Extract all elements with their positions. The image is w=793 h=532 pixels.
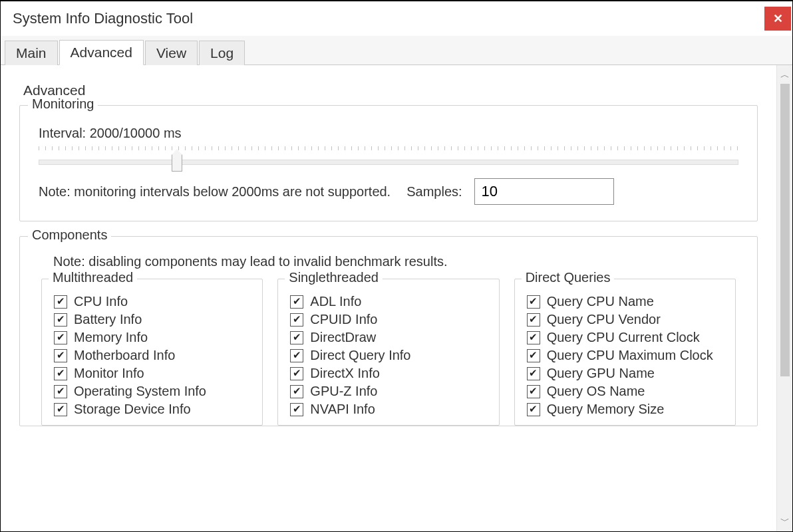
components-columns: MultithreadedCPU InfoBattery InfoMemory …: [36, 279, 741, 426]
slider-track: [39, 160, 738, 165]
checkbox-row: Direct Query Info: [290, 348, 486, 363]
checkbox[interactable]: [527, 313, 540, 327]
titlebar: System Info Diagnostic Tool ✕: [1, 1, 792, 36]
checkbox-label: Query CPU Current Clock: [547, 330, 700, 345]
checkbox[interactable]: [54, 313, 67, 327]
checkbox[interactable]: [527, 331, 540, 344]
checkbox-row: Query Memory Size: [527, 402, 723, 417]
checkbox-row: DirectX Info: [290, 366, 486, 381]
checkbox-label: NVAPI Info: [310, 402, 375, 417]
samples-label: Samples:: [406, 184, 462, 200]
close-button[interactable]: ✕: [764, 7, 791, 31]
interval-label: Interval: 2000/10000 ms: [39, 126, 741, 141]
checkbox-label: Query CPU Name: [547, 294, 654, 309]
tab-log[interactable]: Log: [199, 41, 245, 65]
checkbox-label: Query Memory Size: [547, 402, 665, 417]
checkbox-row: NVAPI Info: [290, 402, 486, 417]
checkbox[interactable]: [290, 331, 303, 344]
checkbox-row: Motherboard Info: [54, 348, 250, 363]
tab-advanced[interactable]: Advanced: [59, 40, 144, 65]
column-legend: Singlethreaded: [285, 270, 383, 285]
checkbox-label: Memory Info: [74, 330, 148, 345]
checkbox-label: CPUID Info: [310, 312, 377, 327]
checkbox[interactable]: [527, 385, 540, 398]
checkbox-label: Operating System Info: [74, 384, 206, 399]
column-legend: Direct Queries: [522, 270, 615, 285]
checkbox[interactable]: [54, 331, 67, 344]
checkbox-label: Query OS Name: [547, 384, 645, 399]
monitoring-note: Note: monitoring intervals below 2000ms …: [39, 184, 391, 200]
window-title: System Info Diagnostic Tool: [13, 10, 193, 27]
checkbox-label: CPU Info: [74, 294, 128, 309]
checkbox-label: Motherboard Info: [74, 348, 175, 363]
checkbox-row: CPUID Info: [290, 312, 486, 327]
interval-slider[interactable]: [39, 160, 738, 165]
checkbox-row: Query CPU Maximum Clock: [527, 348, 723, 363]
components-group: Components Note: disabling components ma…: [19, 236, 758, 426]
app-window: System Info Diagnostic Tool ✕ MainAdvanc…: [0, 0, 793, 532]
components-note: Note: disabling components may lead to i…: [53, 254, 741, 269]
checkbox-label: DirectX Info: [310, 366, 379, 381]
monitoring-group: Monitoring Interval: 2000/10000 ms Note:…: [19, 105, 758, 221]
components-legend: Components: [28, 227, 111, 243]
checkbox[interactable]: [290, 403, 303, 416]
tab-main[interactable]: Main: [5, 41, 58, 65]
checkbox[interactable]: [290, 367, 303, 380]
checkbox-label: GPU-Z Info: [310, 384, 377, 399]
checkbox-label: DirectDraw: [310, 330, 376, 345]
checkbox-row: Query CPU Current Clock: [527, 330, 723, 345]
checkbox-row: Memory Info: [54, 330, 250, 345]
checkbox-row: Query CPU Vendor: [527, 312, 723, 327]
checkbox[interactable]: [54, 385, 67, 398]
checkbox-label: Monitor Info: [74, 366, 144, 381]
checkbox-row: Query CPU Name: [527, 294, 723, 309]
checkbox[interactable]: [290, 385, 303, 398]
column-legend: Multithreaded: [49, 270, 137, 285]
scroll-up-arrow[interactable]: ︿: [777, 68, 792, 82]
monitoring-legend: Monitoring: [28, 96, 98, 112]
checkbox-label: ADL Info: [310, 294, 361, 309]
checkbox-row: Monitor Info: [54, 366, 250, 381]
page-heading: Advanced: [23, 82, 758, 98]
checkbox-row: GPU-Z Info: [290, 384, 486, 399]
checkbox[interactable]: [290, 349, 303, 362]
checkbox-row: DirectDraw: [290, 330, 486, 345]
component-column-direct-queries: Direct QueriesQuery CPU NameQuery CPU Ve…: [514, 279, 736, 426]
checkbox[interactable]: [527, 367, 540, 380]
checkbox-row: CPU Info: [54, 294, 250, 309]
vertical-scrollbar[interactable]: ︿ ﹀: [776, 65, 792, 531]
checkbox[interactable]: [527, 295, 540, 309]
checkbox[interactable]: [527, 403, 540, 416]
close-icon: ✕: [773, 11, 783, 26]
checkbox[interactable]: [54, 403, 67, 416]
checkbox-row: Operating System Info: [54, 384, 250, 399]
scroll-thumb[interactable]: [780, 84, 790, 376]
tab-bar: MainAdvancedViewLog: [1, 36, 792, 65]
checkbox-row: Battery Info: [54, 312, 250, 327]
checkbox[interactable]: [290, 295, 303, 309]
tab-view[interactable]: View: [145, 41, 198, 65]
checkbox[interactable]: [54, 295, 67, 309]
monitoring-note-row: Note: monitoring intervals below 2000ms …: [39, 178, 741, 205]
component-column-singlethreaded: SinglethreadedADL InfoCPUID InfoDirectDr…: [277, 279, 499, 426]
checkbox-label: Query GPU Name: [547, 366, 655, 381]
checkbox-row: Query GPU Name: [527, 366, 723, 381]
checkbox[interactable]: [527, 349, 540, 362]
slider-ticks: [39, 146, 738, 153]
checkbox-row: Query OS Name: [527, 384, 723, 399]
checkbox[interactable]: [54, 367, 67, 380]
checkbox-label: Query CPU Maximum Clock: [547, 348, 713, 363]
checkbox-label: Storage Device Info: [74, 402, 191, 417]
scroll-track[interactable]: [780, 82, 790, 514]
checkbox[interactable]: [290, 313, 303, 327]
scroll-down-arrow[interactable]: ﹀: [777, 514, 792, 529]
checkbox-label: Direct Query Info: [310, 348, 410, 363]
checkbox-row: Storage Device Info: [54, 402, 250, 417]
component-column-multithreaded: MultithreadedCPU InfoBattery InfoMemory …: [41, 279, 263, 426]
slider-thumb[interactable]: [172, 154, 182, 172]
checkbox-label: Query CPU Vendor: [547, 312, 661, 327]
checkbox[interactable]: [54, 349, 67, 362]
checkbox-row: ADL Info: [290, 294, 486, 309]
body: Advanced Monitoring Interval: 2000/10000…: [1, 65, 792, 531]
samples-input[interactable]: [474, 178, 614, 205]
